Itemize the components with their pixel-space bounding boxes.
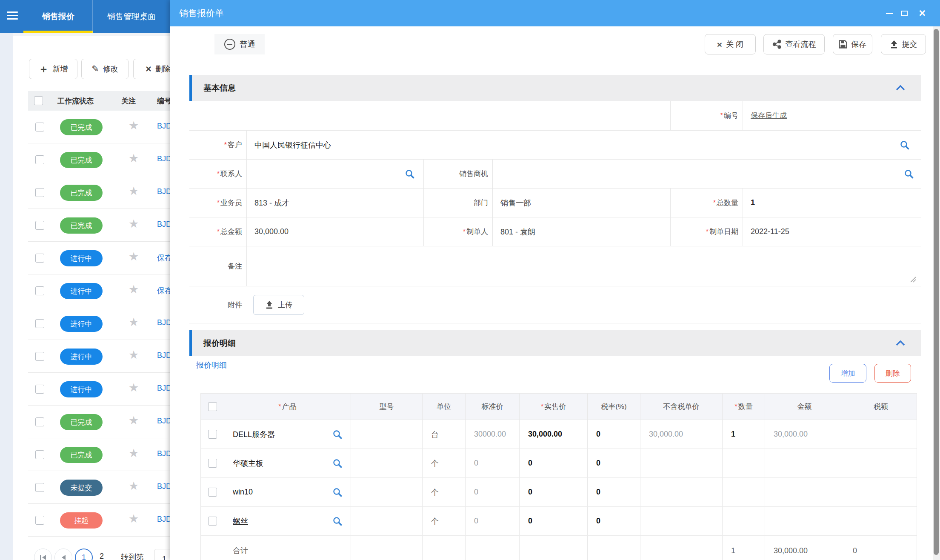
row-checkbox[interactable] bbox=[35, 123, 44, 131]
sell-price-cell[interactable]: 0 bbox=[519, 507, 587, 535]
product-lookup-icon[interactable] bbox=[333, 430, 342, 439]
row-checkbox[interactable] bbox=[35, 254, 44, 263]
qty-cell[interactable] bbox=[722, 478, 765, 506]
star-icon[interactable]: ★ bbox=[129, 218, 139, 230]
star-icon[interactable]: ★ bbox=[129, 513, 139, 525]
product-lookup-icon[interactable] bbox=[333, 517, 342, 526]
row-checkbox[interactable] bbox=[35, 155, 44, 164]
model-cell[interactable] bbox=[351, 420, 422, 449]
page-number-2[interactable]: 2 bbox=[100, 552, 104, 560]
contact-field[interactable] bbox=[246, 160, 423, 188]
scrollbar-thumb[interactable] bbox=[934, 29, 939, 555]
star-icon[interactable]: ★ bbox=[129, 448, 139, 459]
detail-row-checkbox[interactable] bbox=[208, 459, 217, 468]
salesman-field[interactable]: 813 - 成才 bbox=[246, 189, 423, 217]
row-checkbox[interactable] bbox=[35, 221, 44, 230]
row-checkbox[interactable] bbox=[35, 417, 44, 426]
detail-select-all-checkbox[interactable] bbox=[208, 402, 217, 411]
tax-rate-cell[interactable]: 0 bbox=[587, 478, 640, 506]
tab-sales-desktop[interactable]: 销售管理桌面 bbox=[93, 0, 170, 33]
close-window-button[interactable]: × bbox=[919, 0, 926, 26]
tax-rate-cell[interactable]: 0 bbox=[587, 507, 640, 535]
row-checkbox[interactable] bbox=[35, 352, 44, 361]
upload-button[interactable]: 上传 bbox=[253, 295, 304, 315]
remark-field[interactable] bbox=[246, 246, 921, 286]
opportunity-field[interactable] bbox=[492, 160, 921, 188]
sell-price-cell[interactable]: 0 bbox=[519, 449, 587, 477]
star-icon[interactable]: ★ bbox=[129, 382, 139, 394]
qty-cell[interactable]: 1 bbox=[722, 420, 765, 449]
tab-sales-quote[interactable]: 销售报价 bbox=[23, 0, 93, 33]
delete-line-button[interactable]: 删除 bbox=[874, 364, 911, 383]
collapse-chevron-icon[interactable] bbox=[896, 340, 905, 346]
menu-icon[interactable] bbox=[7, 11, 18, 21]
star-icon[interactable]: ★ bbox=[129, 284, 139, 295]
star-icon[interactable]: ★ bbox=[129, 153, 139, 164]
dept-field[interactable]: 销售一部 bbox=[492, 189, 670, 217]
collapse-chevron-icon[interactable] bbox=[896, 85, 905, 91]
qty-cell[interactable] bbox=[722, 449, 765, 477]
customer-lookup-icon[interactable] bbox=[900, 140, 909, 150]
row-checkbox[interactable] bbox=[35, 450, 44, 459]
row-checkbox[interactable] bbox=[35, 319, 44, 328]
tax-rate-cell[interactable]: 0 bbox=[587, 420, 640, 449]
tax-rate-cell[interactable]: 0 bbox=[587, 449, 640, 477]
row-code-link[interactable]: BJD bbox=[157, 154, 171, 163]
sell-price-cell[interactable]: 0 bbox=[519, 478, 587, 506]
detail-row-checkbox[interactable] bbox=[208, 517, 217, 526]
product-cell[interactable]: 螺丝 bbox=[224, 507, 351, 535]
product-lookup-icon[interactable] bbox=[333, 488, 342, 497]
contact-lookup-icon[interactable] bbox=[405, 169, 414, 179]
detail-row-checkbox[interactable] bbox=[208, 430, 217, 439]
row-checkbox[interactable] bbox=[35, 188, 44, 197]
row-code-link[interactable]: BJD bbox=[157, 187, 171, 196]
star-icon[interactable]: ★ bbox=[129, 480, 139, 492]
row-checkbox[interactable] bbox=[35, 483, 44, 492]
minimize-button[interactable] bbox=[886, 0, 893, 26]
submit-button[interactable]: 提交 bbox=[881, 34, 926, 54]
row-code-link[interactable]: BJD bbox=[157, 417, 171, 426]
star-icon[interactable]: ★ bbox=[129, 251, 139, 263]
row-checkbox[interactable] bbox=[35, 385, 44, 394]
row-code-link[interactable]: BJD bbox=[157, 384, 171, 393]
save-button[interactable]: 保存 bbox=[833, 34, 872, 54]
row-code-link[interactable]: BJD bbox=[157, 482, 171, 491]
create-date-field[interactable]: 2022-11-25 bbox=[743, 217, 921, 246]
model-cell[interactable] bbox=[351, 507, 422, 535]
resize-handle-icon[interactable] bbox=[910, 276, 916, 283]
row-code-link[interactable]: BJD bbox=[157, 449, 171, 458]
row-checkbox[interactable] bbox=[35, 516, 44, 525]
add-line-button[interactable]: 增加 bbox=[829, 364, 866, 383]
qty-cell[interactable] bbox=[722, 507, 765, 535]
star-icon[interactable]: ★ bbox=[129, 317, 139, 328]
star-icon[interactable]: ★ bbox=[129, 120, 139, 131]
model-cell[interactable] bbox=[351, 478, 422, 506]
row-code-link[interactable]: BJD bbox=[157, 351, 171, 360]
star-icon[interactable]: ★ bbox=[129, 415, 139, 426]
detail-tab[interactable]: 报价明细 bbox=[196, 360, 227, 370]
product-cell[interactable]: 华硕主板 bbox=[224, 449, 351, 477]
view-flow-button[interactable]: 查看流程 bbox=[763, 34, 825, 54]
maximize-button[interactable] bbox=[901, 0, 908, 26]
close-dialog-button[interactable]: × 关 闭 bbox=[705, 34, 756, 54]
customer-field[interactable]: 中国人民银行征信中心 bbox=[246, 131, 921, 159]
row-checkbox[interactable] bbox=[35, 286, 44, 295]
product-lookup-icon[interactable] bbox=[333, 459, 342, 468]
opportunity-lookup-icon[interactable] bbox=[904, 169, 914, 179]
row-code-link[interactable]: BJD bbox=[157, 122, 171, 131]
total-qty-field[interactable]: 1 bbox=[743, 189, 921, 217]
detail-row-checkbox[interactable] bbox=[208, 488, 217, 497]
product-cell[interactable]: DELL服务器 bbox=[224, 420, 351, 449]
add-button[interactable]: ＋ 新增 bbox=[29, 59, 77, 79]
select-all-checkbox[interactable] bbox=[34, 96, 43, 105]
product-cell[interactable]: win10 bbox=[224, 478, 351, 506]
edit-button[interactable]: ✎ 修改 bbox=[81, 59, 129, 79]
creator-field[interactable]: 801 - 袁朗 bbox=[492, 217, 670, 246]
model-cell[interactable] bbox=[351, 449, 422, 477]
row-code-link[interactable]: BJD bbox=[157, 220, 171, 229]
sell-price-cell[interactable]: 30,000.00 bbox=[519, 420, 587, 449]
row-code-link[interactable]: BJD bbox=[157, 515, 171, 524]
star-icon[interactable]: ★ bbox=[129, 349, 139, 361]
star-icon[interactable]: ★ bbox=[129, 186, 139, 197]
row-code-link[interactable]: BJD bbox=[157, 318, 171, 327]
